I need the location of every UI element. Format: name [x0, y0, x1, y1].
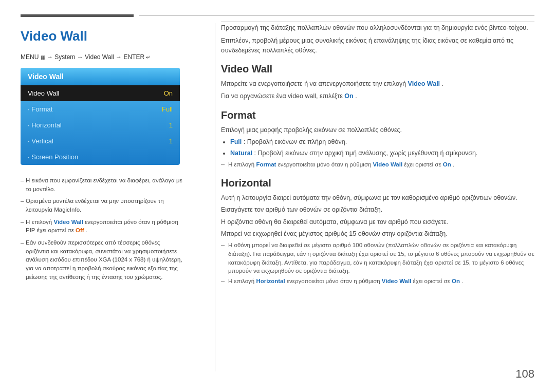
note-2-text: Ορισμένα μοντέλα ενδέχεται να μην υποστη… [26, 198, 164, 213]
horiz-note-final-dot: . [461, 278, 463, 284]
menu-item-vertical-value: 1 [169, 137, 173, 145]
menu-videowall: Video Wall [85, 53, 114, 61]
horiz-note-h1: Horizontal [256, 278, 285, 284]
format-full-label: Full [230, 138, 242, 145]
menu-item-screenposition[interactable]: · Screen Position [21, 149, 180, 165]
menu-item-horizontal-value: 1 [169, 121, 173, 129]
menu-path: MENU ▦ → System → Video Wall → ENTER ↵ [21, 53, 206, 61]
note-3-highlight2: Off [76, 227, 84, 233]
intro-line-2: Επιπλέον, προβολή μέρους μιας συνολικής … [221, 36, 534, 55]
format-natural-label: Natural [230, 150, 252, 157]
horiz-note-end: έχει οριστεί σε [413, 278, 452, 284]
menu-system: System [54, 53, 75, 61]
menu-enter: ENTER [123, 53, 144, 61]
section-title-horizontal: Horizontal [221, 177, 534, 189]
format-note-h2: Video Wall [373, 161, 403, 167]
note-3-before: Η επιλογή [26, 219, 53, 225]
notes-section: Η εικόνα που εμφανίζεται ενδέχεται να δι… [21, 176, 185, 281]
menu-item-format-value: Full [162, 105, 173, 113]
note-4-text: Εάν συνδεθούν περισσότερες από τέσσερις … [26, 239, 182, 280]
menu-item-horizontal[interactable]: · Horizontal 1 [21, 117, 180, 133]
vw-body-1-before: Μπορείτε να ενεργοποιήσετε ή να απενεργο… [221, 80, 408, 87]
menu-arrow1: → [47, 53, 54, 61]
note-4: Εάν συνδεθούν περισσότερες από τέσσερις … [21, 238, 185, 281]
right-panel: Προσαρμογή της διάταξης πολλαπλών οθονών… [221, 23, 534, 287]
format-bullet-list: Full : Προβολή εικόνων σε πλήρη οθόνη. N… [230, 137, 534, 158]
horiz-body-2: Εισαγάγετε τον αριθμό των οθονών σε οριζ… [221, 205, 534, 215]
horiz-note-h3: On [452, 278, 460, 284]
left-panel: Video Wall MENU ▦ → System → Video Wall … [21, 23, 206, 285]
horiz-body-3: Η οριζόντια οθόνη θα διαιρεθεί αυτόματα,… [221, 217, 534, 227]
horiz-note-h2: Video Wall [382, 278, 412, 284]
vw-body-1-after: . [442, 80, 443, 87]
format-note-h1: Format [256, 161, 276, 167]
menu-item-format[interactable]: · Format Full [21, 101, 180, 117]
top-bar-right [139, 15, 534, 16]
page-title: Video Wall [21, 28, 206, 44]
menu-keyword: MENU [21, 53, 41, 61]
intro-line-1: Προσαρμογή της διάταξης πολλαπλών οθονών… [221, 23, 534, 33]
format-note: Η επιλογή Format ενεργοποιείται μόνο ότα… [221, 160, 534, 169]
menu-box: Video Wall Video Wall On · Format Full ·… [21, 68, 180, 165]
menu-item-vertical-label: · Vertical [28, 137, 53, 145]
note-1-text: Η εικόνα που εμφανίζεται ενδέχεται να δι… [26, 177, 182, 192]
menu-item-videowall-value: On [164, 89, 173, 97]
vw-body-2-after: . [355, 92, 357, 100]
format-note-before: Η επιλογή [228, 161, 256, 167]
menu-item-format-label: · Format [28, 105, 52, 113]
format-full-text: : Προβολή εικόνων σε πλήρη οθόνη. [244, 138, 347, 145]
horiz-body-4: Μπορεί να εκχωρηθεί ένας μέγιστος αριθμό… [221, 229, 534, 239]
format-note-final: . [453, 161, 454, 167]
menu-item-videowall[interactable]: Video Wall On [21, 85, 180, 101]
menu-icon: ▦ [41, 54, 45, 60]
note-3-highlight: Video Wall [53, 219, 83, 225]
vw-body-2: Για να οργανώσετε ένα video wall, επιλέξ… [221, 91, 534, 101]
horiz-small-note: Η οθόνη μπορεί να διαιρεθεί σε μέγιστο α… [221, 241, 534, 275]
vw-body-2-highlight: On [344, 92, 353, 100]
top-bar-left [21, 14, 134, 17]
section-title-format: Format [221, 109, 534, 121]
horiz-note-final: Η επιλογή Horizontal ενεργοποιείται μόνο… [221, 277, 534, 286]
menu-item-horizontal-label: · Horizontal [28, 121, 62, 129]
menu-item-screenposition-label: · Screen Position [28, 153, 78, 161]
horiz-note-mid: ενεργοποιείται μόνο όταν η ρύθμιση [287, 278, 382, 284]
format-note-mid: ενεργοποιείται μόνο όταν η ρύθμιση [278, 161, 373, 167]
note-1: Η εικόνα που εμφανίζεται ενδέχεται να δι… [21, 176, 185, 193]
horiz-body-1: Αυτή η λειτουργία διαιρεί αυτόματα την ο… [221, 193, 534, 203]
section-title-videowall: Video Wall [221, 63, 534, 75]
format-bullet-natural: Natural : Προβολή εικόνων στην αρχική τι… [230, 148, 534, 158]
menu-arrow3: → [116, 53, 123, 61]
horiz-note-before: Η επιλογή [228, 278, 256, 284]
page-number: 108 [515, 367, 534, 381]
format-note-end: έχει οριστεί σε [404, 161, 442, 167]
format-note-h3: On [443, 161, 451, 167]
vw-body-1-highlight: Video Wall [408, 80, 440, 87]
format-body-1: Επιλογή μιας μορφής προβολής εικόνων σε … [221, 125, 534, 135]
enter-icon: ↵ [146, 54, 150, 60]
horizontal-rule [221, 22, 534, 22]
menu-box-header: Video Wall [21, 68, 180, 85]
menu-item-videowall-label: Video Wall [28, 89, 59, 97]
menu-arrow2: → [77, 53, 85, 61]
format-natural-text: : Προβολή εικόνων στην αρχική τιμή ανάλυ… [254, 150, 478, 157]
vw-body-1: Μπορείτε να ενεργοποιήσετε ή να απενεργο… [221, 79, 534, 89]
note-2: Ορισμένα μοντέλα ενδέχεται να μην υποστη… [21, 197, 185, 214]
note-3: Η επιλογή Video Wall ενεργοποιείται μόνο… [21, 218, 185, 235]
vw-body-2-before: Για να οργανώσετε ένα video wall, επιλέξ… [221, 92, 344, 100]
note-3-end: . [86, 227, 87, 233]
vertical-divider [215, 23, 215, 371]
format-bullet-full: Full : Προβολή εικόνων σε πλήρη οθόνη. [230, 137, 534, 147]
menu-item-vertical[interactable]: · Vertical 1 [21, 133, 180, 149]
